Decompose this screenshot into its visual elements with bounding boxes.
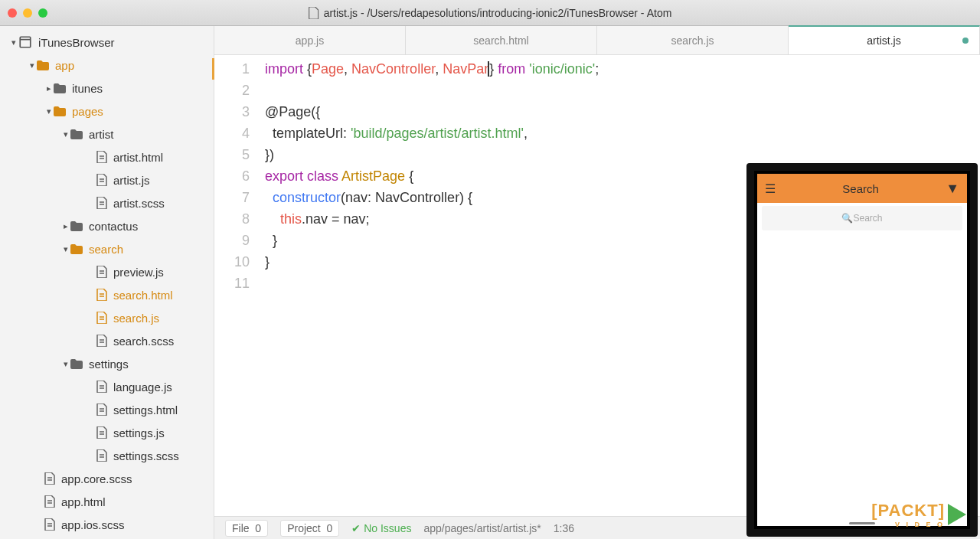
tree-root[interactable]: ▾iTunesBrowser [0,31,214,54]
tree-folder-pages[interactable]: ▾pages [0,100,214,122]
line-numbers: 1234567891011 [214,55,259,516]
file-icon [96,426,107,439]
svg-rect-0 [20,37,31,47]
tree-file[interactable]: app.html [0,490,214,513]
titlebar: artist.js - /Users/redapesolutions/intro… [0,0,980,26]
tree-file[interactable]: settings.js [0,421,214,444]
tree-file[interactable]: search.html [0,283,214,306]
file-icon [96,335,107,347]
menu-icon[interactable]: ☰ [765,181,776,196]
status-path: app/pages/artist/artist.js* [423,522,541,534]
file-icon [96,266,107,278]
tree-folder-settings[interactable]: ▾settings [0,352,214,375]
close-window-button[interactable] [8,8,17,18]
chevron-down-icon: ▾ [28,60,37,70]
tree-file[interactable]: artist.js [0,168,214,191]
tree-file[interactable]: language.js [0,375,214,398]
file-tree-sidebar[interactable]: ▾iTunesBrowser ▾app ▸itunes ▾pages ▾arti… [0,26,214,539]
tree-folder-search[interactable]: ▾search [0,237,214,260]
file-icon [44,518,55,531]
device-preview: ☰ Search ▼ 🔍 Search [746,163,978,537]
chevron-down-icon: ▾ [61,359,70,369]
tree-folder-artist[interactable]: ▾artist [0,122,214,145]
folder-icon [70,221,83,231]
tab-artist-js[interactable]: artist.js [789,25,980,54]
tree-file[interactable]: artist.html [0,145,214,168]
status-file-count[interactable]: File 0 [225,520,268,537]
packt-logo: [PACKT]V I D E O [871,501,966,528]
tree-file[interactable]: app.ios.scss [0,513,214,536]
file-icon [44,472,55,485]
tree-file[interactable]: settings.html [0,398,214,421]
folder-icon [54,83,66,93]
repo-icon [18,35,32,49]
file-icon [96,312,107,324]
file-icon [96,151,107,163]
chevron-right-icon: ▸ [61,221,70,231]
tab-search-js[interactable]: search.js [597,26,789,54]
status-project-count[interactable]: Project 0 [280,520,339,537]
chevron-down-icon: ▾ [44,106,54,116]
tab-app-js[interactable]: app.js [214,26,406,54]
tree-file[interactable]: search.js [0,306,214,329]
file-icon [96,381,107,393]
filter-icon[interactable]: ▼ [946,181,959,197]
tree-file[interactable]: app.core.scss [0,467,214,490]
tree-folder-app[interactable]: ▾app [0,54,214,77]
file-icon [96,289,107,301]
window-title: artist.js - /Users/redapesolutions/intro… [309,7,672,19]
status-cursor-pos[interactable]: 1:36 [554,522,574,534]
tree-folder-contactus[interactable]: ▸contactus [0,214,214,237]
folder-icon [37,60,49,70]
preview-search-input[interactable]: 🔍 Search [762,206,962,230]
folder-icon [70,359,83,369]
file-icon [44,495,55,508]
folder-icon [70,129,83,139]
chevron-right-icon: ▸ [44,83,54,93]
editor-tabs: app.js search.html search.js artist.js [214,26,980,55]
chevron-down-icon: ▾ [61,244,70,254]
minimize-window-button[interactable] [23,8,32,18]
modified-dot-icon [962,38,969,44]
file-icon [96,174,107,186]
chevron-down-icon: ▾ [9,38,18,47]
preview-title: Search [842,182,879,195]
tree-file[interactable]: artist.scss [0,191,214,214]
folder-icon [70,244,83,254]
tree-file[interactable]: search.scss [0,329,214,352]
window-controls [8,8,47,18]
tab-search-html[interactable]: search.html [406,26,597,54]
tree-file[interactable]: preview.js [0,260,214,283]
file-icon [96,403,107,416]
status-issues[interactable]: ✔ No Issues [351,522,411,534]
file-icon [96,449,107,462]
file-icon [96,197,107,209]
file-icon [309,7,319,19]
maximize-window-button[interactable] [38,8,47,18]
tree-file[interactable]: settings.scss [0,444,214,467]
chevron-down-icon: ▾ [61,129,70,139]
play-icon [948,504,966,525]
preview-header: ☰ Search ▼ [757,174,967,203]
tree-folder-itunes[interactable]: ▸itunes [0,77,214,100]
folder-icon [54,106,66,116]
